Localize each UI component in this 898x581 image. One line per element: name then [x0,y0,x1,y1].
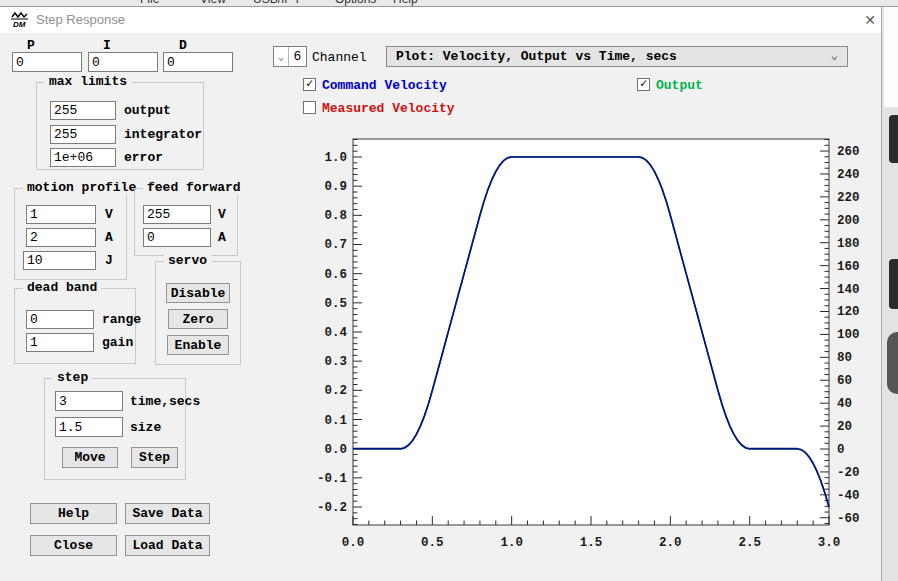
d-input[interactable] [163,52,233,72]
plot-mode-select[interactable]: Plot: Velocity, Output vs Time, secs ⌄ [386,46,848,67]
profile-j-input[interactable] [23,251,96,270]
svg-text:0.8: 0.8 [324,209,347,223]
profile-v-label: V [105,207,113,222]
svg-text:0.7: 0.7 [324,238,347,252]
background-artwork-blob [889,115,898,163]
ff-v-input[interactable] [143,205,211,224]
move-button[interactable]: Move [62,447,118,468]
svg-text:1.0: 1.0 [324,151,347,165]
measured-velocity-label: Measured Velocity [322,101,455,116]
profile-a-input[interactable] [26,228,96,247]
servo-zero-button[interactable]: Zero [168,309,228,329]
svg-text:80: 80 [837,351,852,365]
i-input[interactable] [88,52,158,72]
svg-text:220: 220 [837,191,860,205]
output-label: Output [656,78,703,93]
svg-text:60: 60 [837,374,852,388]
svg-text:1.5: 1.5 [580,536,603,550]
command-velocity-label: Command Velocity [322,78,447,93]
i-label: I [103,38,111,53]
svg-text:0.3: 0.3 [324,355,347,369]
screen: File View USB/IP I Options Help DM Step … [0,0,898,581]
svg-text:0.9: 0.9 [324,180,347,194]
max-error-label: error [124,150,163,165]
svg-text:0.2: 0.2 [324,384,347,398]
feed-forward-title: feed forward [143,180,245,195]
help-button[interactable]: Help [30,503,117,524]
step-title: step [53,370,92,385]
svg-text:200: 200 [837,214,860,228]
background-white-panel [884,7,898,107]
chart-canvas: 0.00.51.01.52.02.53.0-0.2-0.10.00.10.20.… [313,122,879,559]
ff-v-label: V [218,207,226,222]
svg-text:0.5: 0.5 [421,536,444,550]
output-checkbox[interactable]: ✓ [637,78,650,91]
channel-value: 6 [289,47,306,66]
close-window-button[interactable]: ✕ [860,10,880,30]
servo-enable-button[interactable]: Enable [167,335,229,355]
d-label: D [179,38,187,53]
svg-text:40: 40 [837,397,852,411]
svg-text:-40: -40 [837,489,860,503]
svg-text:-0.1: -0.1 [317,472,347,486]
background-menu-view: View [200,0,226,6]
svg-text:180: 180 [837,237,860,251]
svg-text:260: 260 [837,145,860,159]
background-menu-options: Options [335,0,376,6]
step-response-dialog: DM Step Response ✕ P I D ⌄ 6 Channel Plo… [0,7,881,581]
svg-text:-20: -20 [837,466,860,480]
title-bar: DM Step Response ✕ [0,7,881,33]
close-button[interactable]: Close [30,535,117,556]
profile-a-label: A [105,230,113,245]
step-size-label: size [130,420,161,435]
window-title: Step Response [36,12,125,27]
channel-spinner[interactable]: ⌄ 6 [273,46,307,67]
svg-text:0.0: 0.0 [324,443,347,457]
chevron-down-icon[interactable]: ⌄ [274,47,289,66]
profile-v-input[interactable] [26,205,96,224]
deadband-gain-label: gain [102,335,133,350]
app-logo-icon: DM [10,11,29,28]
max-output-input[interactable] [50,101,116,120]
command-velocity-checkbox[interactable]: ✓ [303,78,316,91]
svg-text:160: 160 [837,260,860,274]
deadband-range-input[interactable] [26,310,94,329]
background-artwork-blob [889,259,898,309]
ff-a-label: A [218,230,226,245]
load-data-button[interactable]: Load Data [125,535,210,556]
svg-text:0: 0 [837,443,845,457]
svg-text:0.4: 0.4 [324,326,347,340]
svg-text:140: 140 [837,283,860,297]
max-integrator-label: integrator [124,127,202,142]
plot-mode-value: Plot: Velocity, Output vs Time, secs [396,49,677,64]
step-size-input[interactable] [55,417,123,437]
save-data-button[interactable]: Save Data [125,503,210,524]
svg-text:240: 240 [837,168,860,182]
deadband-range-label: range [102,312,141,327]
measured-velocity-checkbox[interactable] [303,101,316,114]
step-response-chart: 0.00.51.01.52.02.53.0-0.2-0.10.00.10.20.… [313,122,879,559]
svg-text:100: 100 [837,328,860,342]
svg-text:20: 20 [837,420,852,434]
step-time-input[interactable] [55,391,123,411]
svg-text:120: 120 [837,305,860,319]
max-integrator-input[interactable] [50,125,116,144]
p-input[interactable] [12,52,82,72]
background-menu-file: File [140,0,159,6]
background-menu-help: Help [393,0,418,6]
svg-text:0.6: 0.6 [324,268,347,282]
servo-disable-button[interactable]: Disable [166,283,230,303]
p-label: P [27,38,35,53]
motion-profile-title: motion profile [23,180,140,195]
dead-band-title: dead band [23,280,101,295]
svg-text:-0.2: -0.2 [317,501,347,515]
ff-a-input[interactable] [143,228,211,247]
max-output-label: output [124,103,171,118]
servo-title: servo [164,253,211,268]
channel-label: Channel [312,50,367,65]
max-error-input[interactable] [50,148,116,167]
svg-text:1.0: 1.0 [500,536,523,550]
step-button[interactable]: Step [131,447,178,468]
svg-text:0.0: 0.0 [342,536,365,550]
deadband-gain-input[interactable] [26,333,94,352]
